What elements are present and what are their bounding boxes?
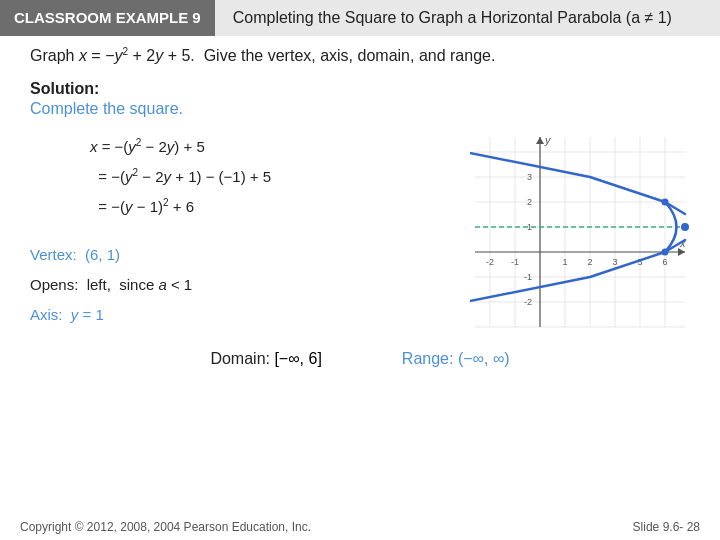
svg-text:-1: -1 — [511, 257, 519, 267]
badge-line1: CLASSROOM — [14, 8, 112, 28]
svg-text:1: 1 — [562, 257, 567, 267]
svg-text:2: 2 — [587, 257, 592, 267]
svg-text:3: 3 — [612, 257, 617, 267]
opens-label: Opens: left, since a < 1 — [30, 276, 192, 293]
header: CLASSROOM EXAMPLE 9 Completing the Squar… — [0, 0, 720, 36]
footer: Copyright © 2012, 2008, 2004 Pearson Edu… — [0, 520, 720, 534]
svg-text:-2: -2 — [486, 257, 494, 267]
svg-text:-2: -2 — [524, 297, 532, 307]
range-text: Range: (−∞, ∞) — [402, 350, 510, 368]
main-area: x = −(y2 − 2y) + 5 = −(y2 − 2y + 1) − (−… — [30, 132, 690, 332]
slide-number: Slide 9.6- 28 — [633, 520, 700, 534]
axis-line: Axis: y = 1 — [30, 300, 460, 330]
vertex-dot — [681, 223, 689, 231]
badge-line2: EXAMPLE 9 — [116, 8, 201, 28]
svg-point-36 — [662, 198, 669, 205]
svg-marker-19 — [536, 137, 544, 144]
problem-statement: Graph x = −y2 + 2y + 5. Give the vertex,… — [30, 44, 690, 68]
range-value: (−∞, ∞) — [458, 350, 510, 367]
solution-label: Solution: — [30, 80, 690, 98]
svg-text:3: 3 — [527, 172, 532, 182]
axis-label: Axis: y = 1 — [30, 306, 104, 323]
step1: x = −(y2 − 2y) + 5 — [90, 132, 460, 162]
lesson-title: Completing the Square to Graph a Horizon… — [215, 0, 720, 36]
complete-square-label: Complete the square. — [30, 100, 690, 118]
svg-point-35 — [662, 248, 669, 255]
range-label: Range: — [402, 350, 458, 367]
step3: = −(y − 1)2 + 6 — [90, 192, 460, 222]
svg-text:y: y — [544, 134, 552, 146]
vertex-label: Vertex: — [30, 246, 85, 263]
svg-text:-1: -1 — [524, 272, 532, 282]
graph-container: -1 -2 1 2 3 5 6 1 2 3 -1 -2 x y — [470, 132, 690, 332]
copyright: Copyright © 2012, 2008, 2004 Pearson Edu… — [20, 520, 311, 534]
step-lines: x = −(y2 − 2y) + 5 = −(y2 − 2y + 1) − (−… — [90, 132, 460, 222]
steps-area: x = −(y2 − 2y) + 5 = −(y2 − 2y + 1) − (−… — [30, 132, 460, 330]
domain-label: Domain: — [210, 350, 274, 367]
parabola-graph: -1 -2 1 2 3 5 6 1 2 3 -1 -2 x y — [470, 132, 690, 332]
domain-text: Domain: [−∞, 6] — [210, 350, 321, 368]
domain-range-area: Domain: [−∞, 6] Range: (−∞, ∞) — [30, 350, 690, 368]
content-area: Graph x = −y2 + 2y + 5. Give the vertex,… — [0, 44, 720, 368]
svg-text:6: 6 — [662, 257, 667, 267]
step2: = −(y2 − 2y + 1) − (−1) + 5 — [90, 162, 460, 192]
vertex-info: Vertex: (6, 1) Opens: left, since a < 1 … — [30, 240, 460, 330]
svg-marker-18 — [678, 248, 685, 256]
opens-line: Opens: left, since a < 1 — [30, 270, 460, 300]
example-badge: CLASSROOM EXAMPLE 9 — [0, 0, 215, 36]
svg-text:2: 2 — [527, 197, 532, 207]
vertex-line: Vertex: (6, 1) — [30, 240, 460, 270]
vertex-value: (6, 1) — [85, 246, 120, 263]
domain-value: [−∞, 6] — [274, 350, 321, 367]
